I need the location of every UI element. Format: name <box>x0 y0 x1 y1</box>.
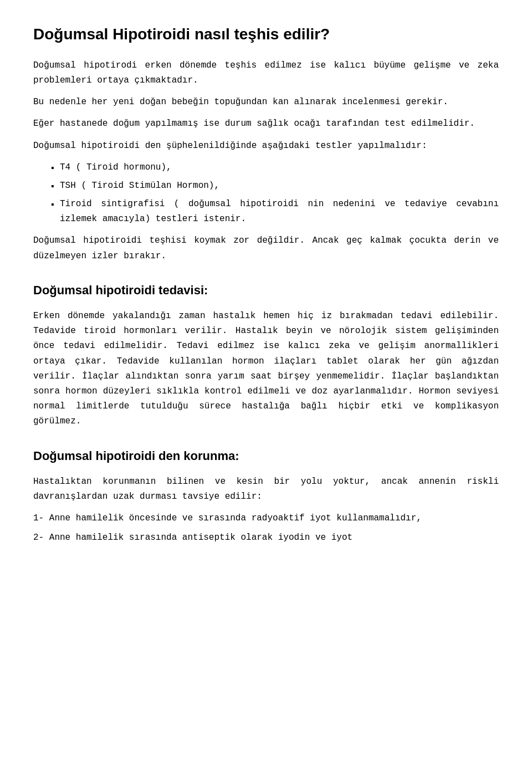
list-item-1: ▪ T4 ( Tiroid hormonu), <box>50 160 499 176</box>
section3-paragraph-1: Hastalıktan korunmanın bilinen ve kesin … <box>33 474 499 504</box>
bullet-icon-1: ▪ <box>50 161 55 176</box>
page-main-title: Doğumsal Hipotiroidi nasıl teşhis edilir… <box>33 22 499 47</box>
numbered-list: 1- Anne hamilelik öncesinde ve sırasında… <box>33 511 499 545</box>
list-item-3: ▪ Tiroid sintigrafisi ( doğumsal hipotir… <box>50 197 499 227</box>
paragraph-4: Doğumsal hipotiroidi den şüphelenildiğin… <box>33 139 499 154</box>
paragraph-1: Doğumsal hipotirodi erken dönemde teşhis… <box>33 58 499 88</box>
bullet-icon-2: ▪ <box>50 180 55 195</box>
bullet-icon-3: ▪ <box>50 198 55 213</box>
tests-list: ▪ T4 ( Tiroid hormonu), ▪ TSH ( Tiroid S… <box>33 160 499 227</box>
paragraph-after-list: Doğumsal hipotiroidi teşhisi koymak zor … <box>33 233 499 263</box>
numbered-item-1: 1- Anne hamilelik öncesinde ve sırasında… <box>33 511 499 526</box>
list-item-2: ▪ TSH ( Tiroid Stimülan Hormon), <box>50 178 499 195</box>
paragraph-3: Eğer hastanede doğum yapılmamış ise duru… <box>33 116 499 131</box>
section3-heading: Doğumsal hipotiroidi den korunma: <box>33 446 499 466</box>
section2-heading: Doğumsal hipotiroidi tedavisi: <box>33 280 499 300</box>
paragraph-2: Bu nedenle her yeni doğan bebeğin topuğu… <box>33 95 499 110</box>
numbered-item-2: 2- Anne hamilelik sırasında antiseptik o… <box>33 530 499 545</box>
section2-paragraph-1: Erken dönemde yakalandığı zaman hastalık… <box>33 309 499 430</box>
